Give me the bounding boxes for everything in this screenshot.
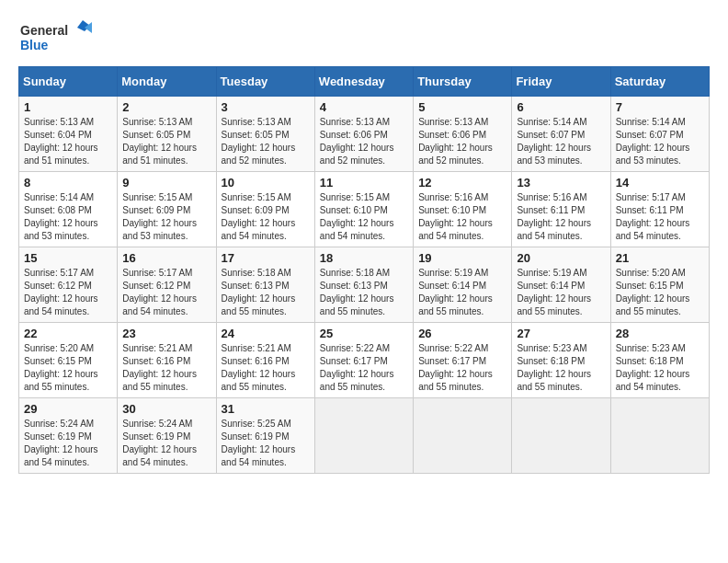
calendar-cell: 3 Sunrise: 5:13 AMSunset: 6:05 PMDayligh… [216, 97, 314, 172]
day-info: Sunrise: 5:15 AMSunset: 6:09 PMDaylight:… [122, 192, 197, 241]
calendar-cell: 7 Sunrise: 5:14 AMSunset: 6:07 PMDayligh… [610, 97, 709, 172]
calendar-cell: 1 Sunrise: 5:13 AMSunset: 6:04 PMDayligh… [19, 97, 118, 172]
weekday-header-monday: Monday [118, 67, 216, 97]
day-info: Sunrise: 5:22 AMSunset: 6:17 PMDaylight:… [320, 343, 394, 392]
day-number: 19 [418, 251, 506, 265]
day-number: 22 [24, 327, 112, 340]
day-info: Sunrise: 5:17 AMSunset: 6:12 PMDaylight:… [122, 268, 197, 316]
day-info: Sunrise: 5:17 AMSunset: 6:12 PMDaylight:… [24, 268, 98, 316]
calendar-cell: 12 Sunrise: 5:16 AMSunset: 6:10 PMDaylig… [414, 172, 512, 247]
day-number: 21 [616, 251, 704, 265]
day-number: 17 [222, 251, 310, 265]
day-number: 15 [24, 251, 112, 265]
calendar-cell: 30 Sunrise: 5:24 AMSunset: 6:19 PMDaylig… [118, 398, 216, 474]
calendar-week-5: 29 Sunrise: 5:24 AMSunset: 6:19 PMDaylig… [19, 398, 710, 474]
day-info: Sunrise: 5:14 AMSunset: 6:07 PMDaylight:… [616, 117, 690, 166]
calendar-cell: 17 Sunrise: 5:18 AMSunset: 6:13 PMDaylig… [216, 247, 314, 323]
day-info: Sunrise: 5:13 AMSunset: 6:05 PMDaylight:… [122, 117, 197, 166]
day-info: Sunrise: 5:20 AMSunset: 6:15 PMDaylight:… [616, 268, 690, 316]
calendar-cell: 18 Sunrise: 5:18 AMSunset: 6:13 PMDaylig… [314, 247, 413, 323]
calendar-cell: 6 Sunrise: 5:14 AMSunset: 6:07 PMDayligh… [512, 97, 610, 172]
calendar-cell: 2 Sunrise: 5:13 AMSunset: 6:05 PMDayligh… [118, 97, 216, 172]
day-number: 20 [517, 251, 605, 265]
day-number: 11 [320, 176, 408, 190]
calendar-cell: 19 Sunrise: 5:19 AMSunset: 6:14 PMDaylig… [414, 247, 512, 323]
day-info: Sunrise: 5:24 AMSunset: 6:19 PMDaylight:… [122, 419, 197, 467]
day-number: 13 [517, 176, 605, 190]
day-info: Sunrise: 5:22 AMSunset: 6:17 PMDaylight:… [418, 343, 493, 392]
day-number: 18 [320, 251, 408, 265]
day-info: Sunrise: 5:16 AMSunset: 6:11 PMDaylight:… [517, 192, 591, 241]
calendar-cell: 22 Sunrise: 5:20 AMSunset: 6:15 PMDaylig… [19, 323, 118, 398]
weekday-header-thursday: Thursday [414, 67, 512, 97]
day-info: Sunrise: 5:19 AMSunset: 6:14 PMDaylight:… [517, 268, 591, 316]
day-number: 6 [517, 100, 605, 114]
day-number: 25 [320, 327, 408, 340]
day-number: 27 [517, 327, 605, 340]
day-info: Sunrise: 5:15 AMSunset: 6:10 PMDaylight:… [320, 192, 394, 241]
calendar-cell: 29 Sunrise: 5:24 AMSunset: 6:19 PMDaylig… [19, 398, 118, 474]
calendar-cell: 10 Sunrise: 5:15 AMSunset: 6:09 PMDaylig… [216, 172, 314, 247]
logo: General Blue [18, 18, 92, 59]
day-number: 9 [122, 176, 210, 190]
day-info: Sunrise: 5:21 AMSunset: 6:16 PMDaylight:… [222, 343, 296, 392]
calendar-cell: 13 Sunrise: 5:16 AMSunset: 6:11 PMDaylig… [512, 172, 610, 247]
calendar-cell: 26 Sunrise: 5:22 AMSunset: 6:17 PMDaylig… [414, 323, 512, 398]
day-number: 28 [616, 327, 704, 340]
calendar-cell: 31 Sunrise: 5:25 AMSunset: 6:19 PMDaylig… [216, 398, 314, 474]
day-info: Sunrise: 5:14 AMSunset: 6:07 PMDaylight:… [517, 117, 591, 166]
calendar-cell [512, 398, 610, 474]
day-info: Sunrise: 5:14 AMSunset: 6:08 PMDaylight:… [24, 192, 98, 241]
svg-text:General: General [20, 23, 68, 38]
day-number: 4 [320, 100, 408, 114]
calendar-cell [414, 398, 512, 474]
day-number: 12 [418, 176, 506, 190]
calendar-week-1: 1 Sunrise: 5:13 AMSunset: 6:04 PMDayligh… [19, 97, 710, 172]
calendar-cell: 16 Sunrise: 5:17 AMSunset: 6:12 PMDaylig… [118, 247, 216, 323]
day-info: Sunrise: 5:19 AMSunset: 6:14 PMDaylight:… [418, 268, 493, 316]
calendar-cell: 15 Sunrise: 5:17 AMSunset: 6:12 PMDaylig… [19, 247, 118, 323]
calendar-cell: 4 Sunrise: 5:13 AMSunset: 6:06 PMDayligh… [314, 97, 413, 172]
day-number: 29 [24, 402, 112, 416]
day-info: Sunrise: 5:23 AMSunset: 6:18 PMDaylight:… [616, 343, 690, 392]
weekday-header-wednesday: Wednesday [314, 67, 413, 97]
day-number: 30 [122, 402, 210, 416]
day-number: 23 [122, 327, 210, 340]
calendar-cell [610, 398, 709, 474]
day-info: Sunrise: 5:13 AMSunset: 6:06 PMDaylight:… [320, 117, 394, 166]
day-number: 1 [24, 100, 112, 114]
day-number: 26 [418, 327, 506, 340]
day-info: Sunrise: 5:13 AMSunset: 6:04 PMDaylight:… [24, 117, 98, 166]
calendar-cell: 24 Sunrise: 5:21 AMSunset: 6:16 PMDaylig… [216, 323, 314, 398]
calendar-cell: 25 Sunrise: 5:22 AMSunset: 6:17 PMDaylig… [314, 323, 413, 398]
day-number: 3 [222, 100, 310, 114]
calendar-cell: 21 Sunrise: 5:20 AMSunset: 6:15 PMDaylig… [610, 247, 709, 323]
day-info: Sunrise: 5:18 AMSunset: 6:13 PMDaylight:… [222, 268, 296, 316]
weekday-header-saturday: Saturday [610, 67, 709, 97]
day-info: Sunrise: 5:24 AMSunset: 6:19 PMDaylight:… [24, 419, 98, 467]
day-info: Sunrise: 5:25 AMSunset: 6:19 PMDaylight:… [222, 419, 296, 467]
day-info: Sunrise: 5:16 AMSunset: 6:10 PMDaylight:… [418, 192, 493, 241]
day-number: 31 [222, 402, 310, 416]
day-info: Sunrise: 5:17 AMSunset: 6:11 PMDaylight:… [616, 192, 690, 241]
day-info: Sunrise: 5:15 AMSunset: 6:09 PMDaylight:… [222, 192, 296, 241]
svg-text:Blue: Blue [20, 38, 49, 52]
calendar-week-3: 15 Sunrise: 5:17 AMSunset: 6:12 PMDaylig… [19, 247, 710, 323]
day-number: 8 [24, 176, 112, 190]
day-number: 5 [418, 100, 506, 114]
weekday-header-friday: Friday [512, 67, 610, 97]
calendar-cell: 23 Sunrise: 5:21 AMSunset: 6:16 PMDaylig… [118, 323, 216, 398]
calendar-cell: 14 Sunrise: 5:17 AMSunset: 6:11 PMDaylig… [610, 172, 709, 247]
calendar-cell: 28 Sunrise: 5:23 AMSunset: 6:18 PMDaylig… [610, 323, 709, 398]
calendar-cell: 5 Sunrise: 5:13 AMSunset: 6:06 PMDayligh… [414, 97, 512, 172]
day-number: 14 [616, 176, 704, 190]
weekday-header-tuesday: Tuesday [216, 67, 314, 97]
day-info: Sunrise: 5:20 AMSunset: 6:15 PMDaylight:… [24, 343, 98, 392]
day-info: Sunrise: 5:13 AMSunset: 6:05 PMDaylight:… [222, 117, 296, 166]
header: General Blue [18, 18, 710, 59]
calendar-week-2: 8 Sunrise: 5:14 AMSunset: 6:08 PMDayligh… [19, 172, 710, 247]
day-info: Sunrise: 5:13 AMSunset: 6:06 PMDaylight:… [418, 117, 493, 166]
calendar-table: SundayMondayTuesdayWednesdayThursdayFrid… [18, 66, 710, 474]
calendar-cell: 11 Sunrise: 5:15 AMSunset: 6:10 PMDaylig… [314, 172, 413, 247]
day-number: 10 [222, 176, 310, 190]
